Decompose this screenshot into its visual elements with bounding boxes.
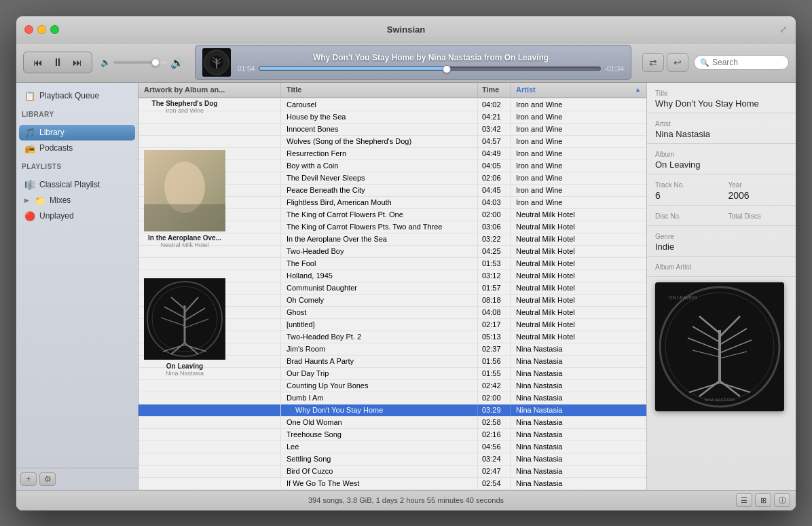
- transport-controls: ⏮ ⏸ ⏭: [23, 52, 92, 73]
- track-info: Why Don't You Stay Home by Nina Nastasia…: [238, 53, 624, 73]
- track-title-cell: If We Go To The West: [281, 478, 478, 489]
- shuffle-button[interactable]: ⇄: [642, 53, 664, 72]
- track-time-cell: 04:05: [478, 160, 511, 172]
- expand-icon[interactable]: ⤢: [779, 24, 788, 35]
- sidebar-bottom: + ⚙: [16, 468, 138, 490]
- content-area: Artwork by Album an... Title Time Artist…: [139, 83, 796, 490]
- sidebar-item-mixes[interactable]: ▶ 📁 Mixes: [19, 193, 135, 208]
- queue-icon: 📋: [24, 91, 35, 101]
- volume-slider[interactable]: [113, 61, 168, 64]
- track-artist-cell: Nina Nastasia: [511, 405, 646, 416]
- track-time-cell: 04:08: [478, 307, 511, 318]
- track-list[interactable]: IRON AND WINE The Shepherd's DogIron and…: [139, 98, 646, 490]
- track-time-cell: 03:29: [478, 405, 511, 416]
- track-artwork-cell: [139, 466, 281, 477]
- progress-thumb: [443, 65, 451, 73]
- track-title-cell: Treehouse Song: [281, 429, 478, 440]
- detail-title-section: Title Why Don't You Stay Home: [647, 83, 796, 113]
- mixes-icon: 📁: [35, 195, 45, 206]
- volume-thumb: [151, 58, 160, 67]
- track-title-cell: Innocent Bones: [281, 124, 478, 135]
- track-row[interactable]: Settling Song03:24Nina Nastasia: [139, 453, 646, 466]
- track-time-cell: 03:42: [478, 124, 511, 135]
- progress-fill: [259, 67, 447, 70]
- track-artist-cell: Iron and Wine: [511, 99, 646, 111]
- track-artist-cell: Neutral Milk Hotel: [511, 331, 646, 343]
- detail-track-year-section: Track No. 6 Year 2006: [647, 174, 796, 206]
- progress-row: 01:54 -01:34: [238, 65, 624, 73]
- add-playlist-button[interactable]: +: [20, 472, 37, 486]
- podcasts-label: Podcasts: [39, 143, 73, 153]
- track-title-cell: Carousel: [281, 99, 478, 111]
- track-time-cell: 01:57: [478, 282, 511, 294]
- track-title-cell: Jim's Room: [281, 343, 478, 355]
- repeat-button[interactable]: ↩: [667, 53, 688, 72]
- sidebar-item-podcasts[interactable]: 📻 Podcasts: [19, 140, 135, 156]
- track-row[interactable]: If We Go To The West02:54Nina Nastasia: [139, 478, 646, 490]
- track-artist-cell: Neutral Milk Hotel: [511, 221, 646, 233]
- track-time-cell: 03:12: [478, 270, 511, 282]
- track-artist-cell: Iron and Wine: [511, 136, 646, 147]
- time-remaining: -01:34: [605, 65, 624, 73]
- track-artist-cell: Neutral Milk Hotel: [511, 258, 646, 269]
- play-pause-button[interactable]: ⏸: [48, 55, 67, 70]
- track-artist-cell: Nina Nastasia: [511, 453, 646, 465]
- track-title-cell: The Fool: [281, 258, 478, 269]
- track-row[interactable]: Lee04:56Nina Nastasia: [139, 441, 646, 453]
- volume-high-icon: 🔊: [170, 56, 184, 69]
- track-row[interactable]: Bird Of Cuzco02:47Nina Nastasia: [139, 466, 646, 478]
- track-title-cell: One Old Woman: [281, 417, 478, 428]
- track-artist-cell: Nina Nastasia: [511, 368, 646, 379]
- col-header-title: Title: [281, 83, 478, 97]
- search-box[interactable]: 🔍: [694, 55, 789, 70]
- rewind-button[interactable]: ⏮: [29, 56, 47, 69]
- view-list-button[interactable]: ☰: [736, 493, 752, 507]
- sidebar-item-unplayed[interactable]: 🔴 Unplayed: [19, 208, 135, 224]
- track-time-cell: 01:56: [478, 356, 511, 367]
- track-row[interactable]: In the Aeroplane Ove...Neutral Milk Hote…: [139, 209, 646, 221]
- track-title-cell: Settling Song: [281, 453, 478, 465]
- progress-bar[interactable]: [259, 67, 601, 71]
- track-no-col: Track No. 6: [655, 181, 715, 201]
- sidebar-item-playback-queue[interactable]: 📋 Playback Queue: [19, 88, 135, 104]
- track-time-cell: 03:24: [478, 453, 511, 465]
- track-title-cell: Peace Beneath the City: [281, 185, 478, 196]
- track-time-cell: 04:03: [478, 197, 511, 208]
- svg-text:ON LEAVING: ON LEAVING: [669, 295, 697, 300]
- statusbar-right: ☰ ⊞ ⓘ: [736, 493, 790, 507]
- track-artist-cell: Nina Nastasia: [511, 429, 646, 440]
- track-artwork-cell: [139, 453, 281, 465]
- track-artist-cell: Nina Nastasia: [511, 466, 646, 477]
- track-artist-cell: Neutral Milk Hotel: [511, 282, 646, 294]
- track-artwork-cell: On LeavingNina Nastasia: [139, 276, 281, 422]
- settings-button[interactable]: ⚙: [39, 472, 56, 486]
- search-icon: 🔍: [700, 58, 709, 67]
- titlebar: Swinsian ⤢: [16, 16, 796, 43]
- unplayed-label: Unplayed: [39, 211, 74, 221]
- track-time-cell: 04:21: [478, 111, 511, 123]
- track-artist-cell: Iron and Wine: [511, 160, 646, 172]
- year-col: Year 2006: [728, 181, 788, 201]
- track-time-cell: 03:22: [478, 233, 511, 245]
- track-time-cell: 01:53: [478, 258, 511, 269]
- view-grid-button[interactable]: ⊞: [755, 493, 771, 507]
- maximize-button[interactable]: [50, 25, 59, 34]
- sidebar-item-classical[interactable]: 🎼 Classical Playlist: [19, 177, 135, 193]
- track-artist-cell: Nina Nastasia: [511, 380, 646, 392]
- track-row[interactable]: On LeavingNina NastasiaJim's Room02:37Ni…: [139, 343, 646, 356]
- album-artist-label: Album Artist: [655, 263, 788, 271]
- svg-rect-19: [144, 204, 225, 231]
- detail-artist-section: Artist Nina Nastasia: [647, 113, 796, 144]
- track-artist-cell: Nina Nastasia: [511, 343, 646, 355]
- info-button[interactable]: ⓘ: [774, 493, 790, 507]
- minimize-button[interactable]: [37, 25, 46, 34]
- unplayed-icon: 🔴: [24, 211, 35, 221]
- track-list-header: Artwork by Album an... Title Time Artist…: [139, 83, 646, 98]
- track-title-cell: In the Aeroplane Over the Sea: [281, 233, 478, 245]
- fast-forward-button[interactable]: ⏭: [69, 56, 86, 69]
- close-button[interactable]: [24, 25, 33, 34]
- sidebar-item-library[interactable]: 🎵 Library: [19, 125, 135, 140]
- track-artist-cell: Nina Nastasia: [511, 392, 646, 404]
- search-input[interactable]: [712, 58, 783, 67]
- track-row[interactable]: Treehouse Song02:16Nina Nastasia: [139, 429, 646, 441]
